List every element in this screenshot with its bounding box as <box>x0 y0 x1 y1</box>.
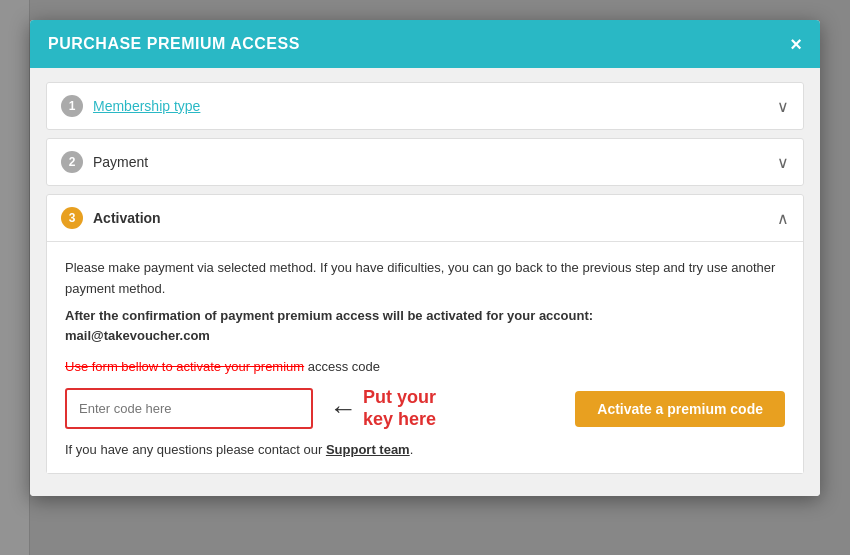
code-row: ← Put your key here Activate a premium c… <box>65 387 785 430</box>
chevron-down-icon: ∨ <box>777 97 789 116</box>
code-input[interactable] <box>69 392 309 425</box>
step-1-label: Membership type <box>93 98 200 114</box>
modal-header: PURCHASE PREMIUM ACCESS × <box>30 20 820 68</box>
step-1-left: 1 Membership type <box>61 95 200 117</box>
modal-dialog: PURCHASE PREMIUM ACCESS × 1 Membership t… <box>30 20 820 496</box>
chevron-down-icon: ∨ <box>777 153 789 172</box>
activation-email: mail@takevoucher.com <box>65 328 210 343</box>
activation-code-instruction: Use form bellow to activate your premium… <box>65 357 785 375</box>
activation-bold-line: After the confirmation of payment premiu… <box>65 306 785 348</box>
step-2-label: Payment <box>93 154 148 170</box>
modal-overlay: PURCHASE PREMIUM ACCESS × 1 Membership t… <box>0 0 850 555</box>
footer-text: If you have any questions please contact… <box>65 442 785 457</box>
step-3-number: 3 <box>61 207 83 229</box>
activation-paragraph: Please make payment via selected method.… <box>65 258 785 347</box>
step-3-label: Activation <box>93 210 161 226</box>
arrow-icon: ← <box>329 395 357 423</box>
modal-body: 1 Membership type ∨ 2 Payment ∨ <box>30 68 820 496</box>
activate-button[interactable]: Activate a premium code <box>575 391 785 427</box>
normal-text: access code <box>304 359 380 374</box>
close-icon[interactable]: × <box>790 34 802 54</box>
hint-text: Put your key here <box>363 387 436 430</box>
step-1-number: 1 <box>61 95 83 117</box>
step-2-accordion: 2 Payment ∨ <box>46 138 804 186</box>
step-3-header[interactable]: 3 Activation ∧ <box>47 195 803 241</box>
step-1-accordion: 1 Membership type ∨ <box>46 82 804 130</box>
strikethrough-text: Use form bellow to activate your premium <box>65 359 304 374</box>
step-3-left: 3 Activation <box>61 207 161 229</box>
code-input-wrapper <box>65 388 313 429</box>
chevron-up-icon: ∧ <box>777 209 789 228</box>
modal-title: PURCHASE PREMIUM ACCESS <box>48 35 300 53</box>
step-3-accordion: 3 Activation ∧ Please make payment via s… <box>46 194 804 474</box>
support-team-link[interactable]: Support team <box>326 442 410 457</box>
step-1-header[interactable]: 1 Membership type ∨ <box>47 83 803 129</box>
activation-content: Please make payment via selected method.… <box>47 241 803 473</box>
step-2-left: 2 Payment <box>61 151 148 173</box>
step-2-header[interactable]: 2 Payment ∨ <box>47 139 803 185</box>
activation-paragraph-text: Please make payment via selected method.… <box>65 260 775 296</box>
arrow-hint: ← Put your key here <box>329 387 436 430</box>
step-2-number: 2 <box>61 151 83 173</box>
